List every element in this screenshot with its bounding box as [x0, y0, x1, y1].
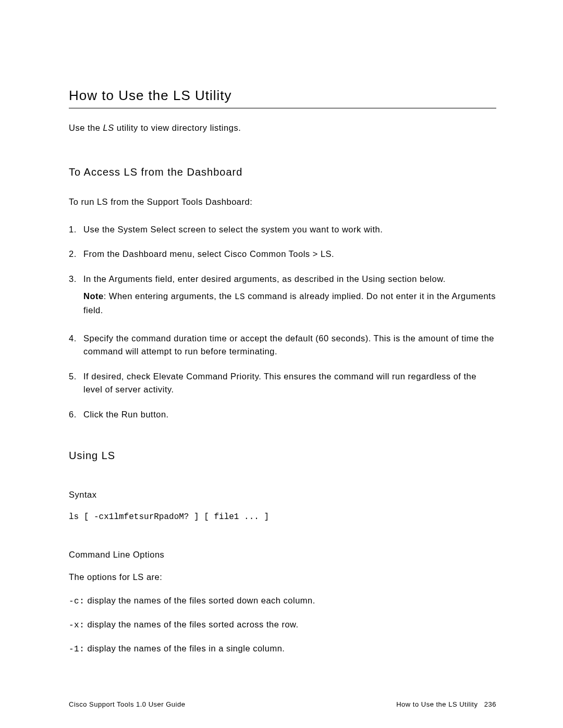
footer-right-text: How to Use the LS Utility — [396, 700, 478, 708]
note-code: LS — [235, 292, 245, 302]
list-text: From the Dashboard menu, select Cisco Co… — [83, 248, 496, 261]
syntax-code: ls [ -cx1lmfetsurRpadoM? ] [ file1 ... ] — [69, 512, 496, 522]
list-item: 1. Use the System Select screen to selec… — [69, 223, 496, 237]
note-pre: : When entering arguments, the — [104, 291, 235, 301]
intro-paragraph: Use the LS utility to view directory lis… — [69, 123, 496, 133]
intro-italic: LS — [103, 123, 114, 132]
page-footer: Cisco Support Tools 1.0 User Guide How t… — [69, 700, 496, 708]
list-item: 2. From the Dashboard menu, select Cisco… — [69, 248, 496, 261]
option-flag: -1: — [69, 645, 84, 654]
intro-post: utility to view directory listings. — [114, 123, 241, 132]
intro-pre: Use the — [69, 123, 103, 132]
list-text: Specify the command duration time or acc… — [83, 332, 496, 359]
footer-page-number: 236 — [484, 700, 496, 708]
list-number: 6. — [69, 408, 83, 422]
list-number: 5. — [69, 370, 83, 397]
list-number: 1. — [69, 223, 83, 237]
footer-right: How to Use the LS Utility 236 — [396, 700, 496, 708]
list-text: Click the Run button. — [83, 408, 496, 422]
option-line: -1: display the names of the files in a … — [69, 644, 496, 654]
option-line: -x: display the names of the files sorte… — [69, 620, 496, 630]
options-heading: Command Line Options — [69, 550, 496, 560]
list-text: In the Arguments field, enter desired ar… — [83, 274, 446, 283]
option-flag: -c: — [69, 597, 84, 606]
options-intro: The options for LS are: — [69, 572, 496, 582]
list-item: 3. In the Arguments field, enter desired… — [69, 273, 496, 317]
list-text-block: In the Arguments field, enter desired ar… — [83, 273, 496, 317]
list-number: 2. — [69, 248, 83, 261]
page-content: How to Use the LS Utility Use the LS uti… — [0, 0, 563, 654]
note-block: Note: When entering arguments, the LS co… — [83, 290, 496, 317]
list-item: 4. Specify the command duration time or … — [69, 332, 496, 359]
list-text: If desired, check Elevate Command Priori… — [83, 370, 496, 397]
note-label: Note — [83, 291, 104, 301]
syntax-heading: Syntax — [69, 490, 496, 500]
list-number: 3. — [69, 273, 83, 317]
page-title: How to Use the LS Utility — [69, 88, 496, 108]
option-line: -c: display the names of the files sorte… — [69, 596, 496, 606]
section-heading-using: Using LS — [69, 450, 496, 462]
footer-left: Cisco Support Tools 1.0 User Guide — [69, 700, 185, 708]
option-desc: display the names of the files sorted ac… — [84, 620, 298, 629]
option-flag: -x: — [69, 621, 84, 630]
list-number: 4. — [69, 332, 83, 359]
section-heading-access: To Access LS from the Dashboard — [69, 166, 496, 178]
option-desc: display the names of the files sorted do… — [84, 596, 315, 605]
option-desc: display the names of the files in a sing… — [84, 644, 285, 653]
list-text: Use the System Select screen to select t… — [83, 223, 496, 237]
section1-lead: To run LS from the Support Tools Dashboa… — [69, 195, 496, 208]
list-item: 5. If desired, check Elevate Command Pri… — [69, 370, 496, 397]
list-item: 6. Click the Run button. — [69, 408, 496, 422]
